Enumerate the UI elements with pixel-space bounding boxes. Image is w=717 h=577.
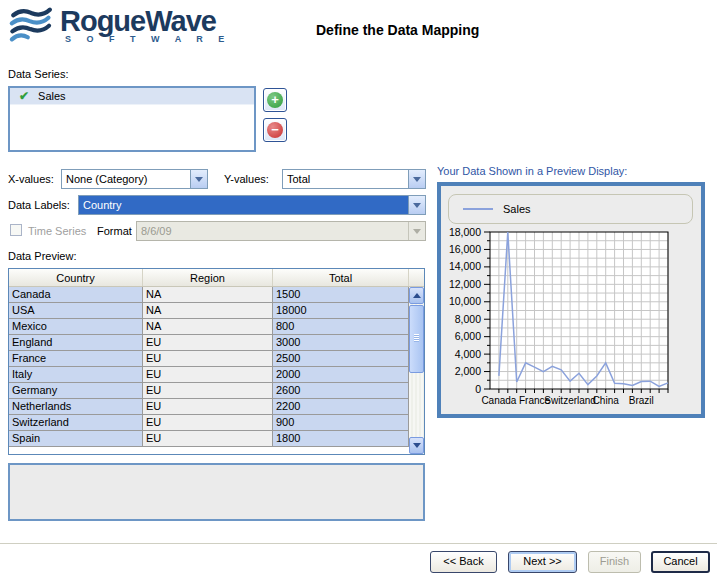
chevron-down-icon[interactable] (408, 196, 425, 214)
table-cell: 2200 (273, 399, 409, 415)
table-cell: 900 (273, 415, 409, 431)
svg-text:4,000: 4,000 (455, 348, 481, 360)
x-values-value: None (Category) (62, 170, 190, 188)
table-cell: NA (143, 319, 273, 335)
column-header-country[interactable]: Country (9, 269, 143, 286)
table-cell: 2600 (273, 383, 409, 399)
data-labels-value: Country (79, 196, 408, 214)
preview-title: Your Data Shown in a Preview Display: (437, 165, 627, 177)
time-series-label: Time Series (28, 225, 86, 237)
y-values-combobox[interactable]: Total (282, 169, 426, 189)
table-cell: 1800 (273, 431, 409, 447)
wave-icon (8, 6, 54, 46)
vertical-scrollbar[interactable] (409, 287, 424, 454)
table-cell: England (9, 335, 143, 351)
legend-line-sample (463, 208, 493, 210)
table-cell: EU (143, 431, 273, 447)
svg-text:6,000: 6,000 (455, 330, 481, 342)
cancel-button[interactable]: Cancel (651, 551, 710, 573)
x-values-combobox[interactable]: None (Category) (61, 169, 208, 189)
table-row: MexicoNA800 (9, 319, 409, 335)
table-cell: 800 (273, 319, 409, 335)
minus-icon: − (267, 122, 283, 138)
table-row: CanadaNA1500 (9, 287, 409, 303)
next-button[interactable]: Next >> (508, 551, 577, 573)
legend-label: Sales (503, 203, 531, 215)
table-cell: Italy (9, 367, 143, 383)
chart-preview-panel: Sales 02,0004,0006,0008,00010,00012,0001… (437, 182, 705, 418)
plus-icon: + (267, 92, 283, 108)
chart-legend: Sales (448, 194, 693, 224)
x-values-label: X-values: (8, 173, 54, 185)
add-series-button[interactable]: + (263, 88, 287, 112)
svg-text:China: China (593, 395, 620, 406)
table-cell: EU (143, 335, 273, 351)
column-header-region[interactable]: Region (143, 269, 273, 286)
format-combobox: 8/6/09 (136, 221, 426, 241)
scroll-down-button[interactable] (409, 437, 424, 454)
table-cell: USA (9, 303, 143, 319)
scroll-up-button[interactable] (409, 287, 424, 304)
remove-series-button[interactable]: − (263, 118, 287, 142)
format-value: 8/6/09 (137, 222, 408, 240)
data-labels-combobox[interactable]: Country (78, 195, 426, 215)
roguewave-logo: RogueWave S O F T W A R E (8, 6, 231, 46)
table-row: GermanyEU2600 (9, 383, 409, 399)
table-cell: Spain (9, 431, 143, 447)
footer-separator (0, 543, 717, 545)
table-cell: EU (143, 351, 273, 367)
svg-text:0: 0 (475, 383, 481, 395)
data-series-label: Data Series: (8, 68, 69, 80)
description-box (8, 463, 425, 521)
table-cell: EU (143, 383, 273, 399)
table-cell: Canada (9, 287, 143, 303)
logo-subtitle: S O F T W A R E (60, 34, 231, 44)
table-row: FranceEU2500 (9, 351, 409, 367)
svg-text:18,000: 18,000 (449, 226, 481, 238)
chevron-down-icon[interactable] (190, 170, 207, 188)
table-row: SwitzerlandEU900 (9, 415, 409, 431)
table-row: SpainEU1800 (9, 431, 409, 447)
finish-button[interactable]: Finish (588, 551, 641, 573)
data-series-listbox[interactable]: ✔ Sales (8, 86, 256, 152)
table-cell: 3000 (273, 335, 409, 351)
table-cell: EU (143, 367, 273, 383)
data-mapping-wizard-window: RogueWave S O F T W A R E Define the Dat… (0, 0, 717, 577)
data-preview-label: Data Preview: (8, 250, 76, 262)
table-cell: Mexico (9, 319, 143, 335)
chevron-down-icon[interactable] (408, 170, 425, 188)
table-row: EnglandEU3000 (9, 335, 409, 351)
svg-text:12,000: 12,000 (449, 278, 481, 290)
table-cell: France (9, 351, 143, 367)
page-title: Define the Data Mapping (316, 22, 479, 38)
preview-chart: 02,0004,0006,0008,00010,00012,00014,0001… (441, 226, 700, 412)
data-series-item-sales[interactable]: ✔ Sales (10, 88, 254, 105)
table-cell: Germany (9, 383, 143, 399)
table-cell: Netherlands (9, 399, 143, 415)
data-preview-header: CountryRegionTotal (9, 269, 424, 287)
scrollbar-track[interactable] (409, 374, 424, 437)
y-values-label: Y-values: (224, 173, 269, 185)
table-cell: 1500 (273, 287, 409, 303)
data-preview-grid: CountryRegionTotal CanadaNA1500USANA1800… (8, 268, 425, 455)
svg-text:Switzerland: Switzerland (544, 395, 596, 406)
table-cell: 18000 (273, 303, 409, 319)
format-label: Format (97, 225, 132, 237)
svg-text:Brazil: Brazil (629, 395, 654, 406)
svg-text:8,000: 8,000 (455, 313, 481, 325)
data-preview-rows: CanadaNA1500USANA18000MexicoNA800England… (9, 287, 409, 454)
table-cell: EU (143, 415, 273, 431)
scrollbar-thumb[interactable] (409, 305, 424, 373)
column-header-total[interactable]: Total (273, 269, 409, 286)
logo-brand: RogueWave (60, 6, 231, 36)
table-cell: NA (143, 303, 273, 319)
svg-text:Canada: Canada (481, 395, 516, 406)
table-row: NetherlandsEU2200 (9, 399, 409, 415)
back-button[interactable]: << Back (430, 551, 497, 573)
table-row: ItalyEU2000 (9, 367, 409, 383)
chevron-down-icon (408, 222, 425, 240)
check-icon: ✔ (19, 89, 29, 103)
svg-text:16,000: 16,000 (449, 243, 481, 255)
svg-text:14,000: 14,000 (449, 260, 481, 272)
time-series-checkbox[interactable] (10, 224, 22, 236)
